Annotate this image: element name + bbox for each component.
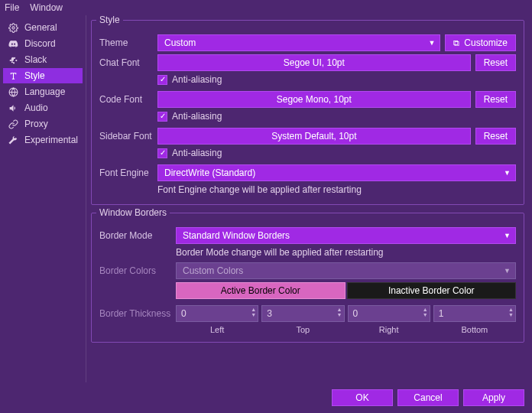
gear-icon xyxy=(8,23,18,33)
chevron-down-icon: ▼ xyxy=(504,267,511,275)
sidebar-font-label: Sidebar Font xyxy=(99,131,157,141)
thickness-top-spinner[interactable]: 3▲▼ xyxy=(261,305,344,322)
sidebar-font-reset-button[interactable]: Reset xyxy=(475,128,516,145)
sidebar-item-label: General xyxy=(24,22,57,33)
thickness-left-spinner[interactable]: 0▲▼ xyxy=(176,305,258,322)
apply-button[interactable]: Apply xyxy=(463,389,524,406)
sidebar-item-style[interactable]: Style xyxy=(3,68,83,83)
font-engine-note: Font Engine change will be applied after… xyxy=(157,184,516,195)
sidebar-font-button[interactable]: System Default, 10pt xyxy=(157,128,471,145)
border-mode-note: Border Mode change will be applied after… xyxy=(176,247,516,258)
code-font-antialias-checkbox[interactable]: ✓ Anti-aliasing xyxy=(157,111,516,122)
cancel-button[interactable]: Cancel xyxy=(397,389,459,406)
content-panel: Style Theme Custom ▼ ⧉ Customize Chat Fo… xyxy=(86,15,532,382)
code-font-label: Code Font xyxy=(99,94,157,105)
group-title: Style xyxy=(96,15,123,25)
thickness-right-spinner[interactable]: 0▲▼ xyxy=(348,305,430,322)
sidebar: General Discord Slack Style Language Aud… xyxy=(0,15,86,382)
type-icon xyxy=(8,71,18,81)
border-mode-label: Border Mode xyxy=(99,230,176,241)
speaker-icon xyxy=(8,103,18,113)
border-colors-select: Custom Colors ▼ xyxy=(176,262,516,279)
thickness-label-bottom: Bottom xyxy=(433,325,516,334)
sidebar-item-slack[interactable]: Slack xyxy=(3,52,83,67)
sidebar-item-audio[interactable]: Audio xyxy=(3,100,83,115)
globe-icon xyxy=(8,87,18,97)
sidebar-item-label: Discord xyxy=(24,38,56,49)
discord-icon xyxy=(8,39,18,49)
border-thickness-label: Border Thickness xyxy=(99,308,176,319)
theme-select[interactable]: Custom ▼ xyxy=(157,34,440,51)
sidebar-item-general[interactable]: General xyxy=(3,20,83,35)
external-link-icon: ⧉ xyxy=(453,38,459,48)
thickness-label-left: Left xyxy=(176,325,258,334)
chevron-down-icon: ▼ xyxy=(504,232,511,239)
wrench-icon xyxy=(8,135,18,145)
sidebar-item-label: Experimental xyxy=(24,135,78,145)
sidebar-font-antialias-checkbox[interactable]: ✓ Anti-aliasing xyxy=(157,148,516,158)
font-engine-select[interactable]: DirectWrite (Standard) ▼ xyxy=(157,164,516,181)
border-colors-label: Border Colors xyxy=(99,265,176,276)
group-window-borders: Window Borders Border Mode Standard Wind… xyxy=(91,213,524,343)
active-border-color-button[interactable]: Active Border Color xyxy=(176,282,345,299)
sidebar-item-label: Audio xyxy=(24,102,48,113)
chevron-down-icon: ▼ xyxy=(504,169,511,177)
group-title: Window Borders xyxy=(96,207,170,218)
chat-font-label: Chat Font xyxy=(99,57,157,68)
code-font-reset-button[interactable]: Reset xyxy=(475,91,516,108)
sidebar-item-label: Proxy xyxy=(24,119,48,129)
sidebar-item-label: Slack xyxy=(24,54,47,65)
thickness-label-right: Right xyxy=(348,325,430,334)
chat-font-antialias-checkbox[interactable]: ✓ Anti-aliasing xyxy=(157,74,516,85)
chevron-down-icon: ▼ xyxy=(428,39,435,47)
border-colors-value: Custom Colors xyxy=(183,265,243,276)
font-engine-value: DirectWrite (Standard) xyxy=(164,167,255,178)
menubar: File Window xyxy=(0,0,532,15)
group-style: Style Theme Custom ▼ ⧉ Customize Chat Fo… xyxy=(91,20,524,205)
check-icon: ✓ xyxy=(157,75,167,85)
theme-label: Theme xyxy=(99,37,157,48)
thickness-bottom-spinner[interactable]: 1▲▼ xyxy=(433,305,516,322)
svg-point-0 xyxy=(11,26,14,28)
main-area: General Discord Slack Style Language Aud… xyxy=(0,15,532,382)
link-icon xyxy=(8,119,18,129)
theme-value: Custom xyxy=(164,37,196,48)
spinner-arrows-icon: ▲▼ xyxy=(508,307,514,317)
sidebar-item-experimental[interactable]: Experimental xyxy=(3,132,83,148)
sidebar-item-language[interactable]: Language xyxy=(3,84,83,99)
sidebar-item-discord[interactable]: Discord xyxy=(3,36,83,51)
chat-font-reset-button[interactable]: Reset xyxy=(475,54,516,71)
ok-button[interactable]: OK xyxy=(332,389,393,406)
sidebar-item-label: Language xyxy=(24,86,65,97)
sidebar-item-proxy[interactable]: Proxy xyxy=(3,116,83,132)
menu-file[interactable]: File xyxy=(5,2,19,13)
thickness-label-top: Top xyxy=(261,325,344,334)
inactive-border-color-button[interactable]: Inactive Border Color xyxy=(347,282,517,299)
code-font-button[interactable]: Segoe Mono, 10pt xyxy=(157,91,471,108)
spinner-arrows-icon: ▲▼ xyxy=(251,307,256,317)
check-icon: ✓ xyxy=(157,112,167,122)
spinner-arrows-icon: ▲▼ xyxy=(337,307,342,317)
chat-font-button[interactable]: Segoe UI, 10pt xyxy=(157,54,471,71)
check-icon: ✓ xyxy=(157,148,167,158)
sidebar-item-label: Style xyxy=(24,70,45,81)
customize-button[interactable]: ⧉ Customize xyxy=(445,34,516,51)
dialog-footer: OK Cancel Apply xyxy=(0,382,532,413)
border-mode-select[interactable]: Standard Window Borders ▼ xyxy=(176,227,516,244)
menu-window[interactable]: Window xyxy=(30,2,63,13)
font-engine-label: Font Engine xyxy=(99,167,157,178)
border-mode-value: Standard Window Borders xyxy=(183,230,290,241)
spinner-arrows-icon: ▲▼ xyxy=(423,307,428,317)
slack-icon xyxy=(8,55,18,65)
